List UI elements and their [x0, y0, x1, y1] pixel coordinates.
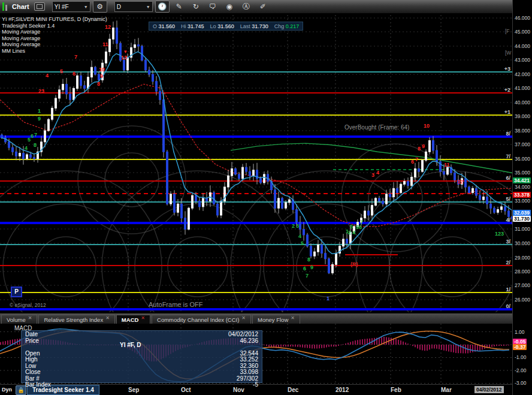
seeker-count-annotation: 6 [359, 225, 362, 230]
macd-axis-label: -3.00 [515, 380, 526, 386]
price-axis-label: 45.000 [515, 29, 530, 35]
seeker-count-annotation: 3 [296, 224, 299, 229]
close-icon[interactable]: ✕ [28, 315, 32, 321]
seeker-count-annotation: 7 [415, 157, 418, 162]
play-button[interactable]: ◉ [222, 1, 237, 13]
macd-panel[interactable]: MACD YI #F, D Date04/02/2012Price46.236O… [0, 324, 512, 384]
chart-window: Chart YI #F ▼ ⚙ D ▼ 🕐 ✎ ↻ 🗨 ◉ Ⓐ ✐ ▲ YI #… [0, 0, 532, 395]
lock-icon: 🔒 [17, 387, 24, 393]
mm-line-label: 7/ [502, 153, 510, 159]
data-window-row: Open32.544 [25, 351, 258, 357]
price-axis-label: 34.000 [515, 184, 530, 190]
tab-label: Money Flow [258, 316, 288, 323]
macd-axis-label: -2.00 [515, 367, 526, 373]
tab-label: MACD [122, 316, 139, 323]
price-badge: 34.421 [513, 177, 531, 183]
pointer-tool-badge[interactable]: P [11, 287, 22, 297]
seeker-count-annotation: 13 [121, 55, 127, 61]
seeker-count-annotation: 3 [350, 224, 353, 230]
macd-axis-label: -1.00 [515, 354, 526, 360]
draw-button[interactable]: ✎ [172, 1, 186, 13]
eraser-button[interactable]: ✐ [256, 1, 270, 13]
close-icon[interactable]: ✕ [105, 315, 110, 321]
legend-line: Moving Average [2, 35, 107, 42]
price-axis-label: 36.000 [515, 156, 530, 162]
redo-button[interactable]: ↻ [189, 1, 203, 13]
mm-line-label: 3/ [502, 239, 510, 245]
mm-line-label: +3 [502, 66, 510, 72]
price-badge: 31.730 [513, 216, 531, 222]
price-axis-label: 44.000 [515, 43, 530, 49]
app-logo-icon [2, 2, 7, 11]
chart-type-icon[interactable] [34, 2, 45, 11]
seeker-count-annotation: 5 [60, 69, 63, 74]
data-window-row: Bar Index-5 [25, 382, 258, 388]
close-icon[interactable]: ✕ [241, 315, 246, 321]
change-value: 0.217 [286, 23, 300, 29]
field-value: 33.252 [240, 357, 258, 363]
time-axis-label: Dec [288, 387, 298, 393]
legend-line: YI #F,SILVER MINI FUTURES, D (Dynamic) [2, 16, 107, 23]
seeker-count-annotation: 2 [292, 224, 295, 229]
resistance-label: (R) [350, 262, 358, 267]
pencil-icon: ✎ [176, 2, 182, 11]
field-label: Bar Index [25, 382, 51, 388]
auto-button[interactable]: Ⓐ [239, 1, 253, 13]
time-template-button[interactable]: 🕐 [155, 1, 170, 13]
seeker-count-annotation: ▾ [124, 49, 127, 55]
field-label: High [25, 357, 38, 363]
seeker-count-annotation: 4 [25, 146, 28, 151]
quote-board-button[interactable]: 🗨 [205, 1, 220, 13]
tab-money-flow[interactable]: Money Flow✕ [252, 315, 300, 324]
price-axis[interactable]: 46.00045.00044.00043.00042.00041.00040.0… [512, 0, 532, 395]
chart-legend: YI #F,SILVER MINI FUTURES, D (Dynamic)Tr… [2, 16, 107, 54]
close-icon[interactable]: ✕ [141, 315, 145, 321]
tab-commodity-channel-index-cci-[interactable]: Commodity Channel Index (CCI)✕ [152, 315, 251, 324]
tab-label: Commodity Channel Index (CCI) [157, 316, 239, 323]
seeker-count-annotation: 10 [99, 67, 105, 73]
close-icon[interactable]: ✕ [291, 315, 295, 321]
seeker-count-annotation: 4 [376, 170, 379, 176]
tab-volume[interactable]: Volume✕ [1, 315, 37, 324]
last-value: 31.730 [252, 23, 268, 29]
legend-line: Tradesight Seeker 1.4 [2, 23, 107, 29]
autoframe-label: AutoFrame is OFF [149, 301, 202, 308]
price-axis-label: 29.000 [515, 255, 530, 261]
field-label: Price [25, 338, 39, 345]
symbol-settings-button[interactable]: ⚙ [93, 1, 107, 13]
seeker-count-annotation: 7 [306, 273, 309, 279]
macd-value-badge: -0.37 [513, 344, 527, 350]
tab-macd[interactable]: MACD✕ [116, 315, 150, 324]
interval-combobox[interactable]: D ▼ [114, 1, 153, 12]
high-value: 31.745 [188, 23, 204, 29]
indicator-tabs: Volume✕Relative Strength Index✕MACD✕Comm… [0, 313, 512, 324]
seeker-count-annotation: 6 [411, 159, 414, 165]
quote-bar: O 31.560 Hi 31.745 Lo 31.560 Last 31.730… [149, 22, 303, 31]
price-axis-label: 40.000 [515, 99, 530, 105]
time-axis-label: Mar [441, 387, 452, 393]
seeker-count-annotation: 7 [360, 220, 363, 225]
legend-line: Moving Average [2, 29, 107, 35]
seeker-count-annotation: 8 [307, 257, 310, 263]
data-window: Date04/02/2012Price46.236Open32.544High3… [21, 330, 262, 383]
price-badge: 33.378 [513, 192, 531, 198]
field-value: -5 [253, 382, 258, 388]
price-axis-label: 43.000 [515, 57, 530, 63]
field-value: 04/02/2012 [228, 331, 258, 338]
mm-line-label: 2/ [502, 260, 510, 266]
price-axis-label: 35.000 [515, 170, 530, 176]
field-value: 46.236 [240, 338, 258, 345]
price-axis-label: 31.000 [515, 226, 530, 232]
frame-marker-w: [W [505, 50, 511, 56]
seeker-count-annotation: 9 [310, 265, 313, 270]
frame-marker-f: [F [505, 28, 510, 34]
legend-line: Moving Average [2, 41, 107, 48]
open-value: 31.560 [159, 23, 176, 29]
mm-line-label: 4/ [502, 217, 510, 223]
seeker-count-annotation: 123 [495, 231, 504, 237]
tab-relative-strength-index[interactable]: Relative Strength Index✕ [38, 315, 114, 324]
chevron-down-icon: ▼ [146, 5, 150, 9]
clock-icon: 🕐 [158, 2, 167, 11]
price-axis-label: 42.000 [515, 71, 530, 77]
symbol-combobox[interactable]: YI #F ▼ [52, 1, 90, 12]
